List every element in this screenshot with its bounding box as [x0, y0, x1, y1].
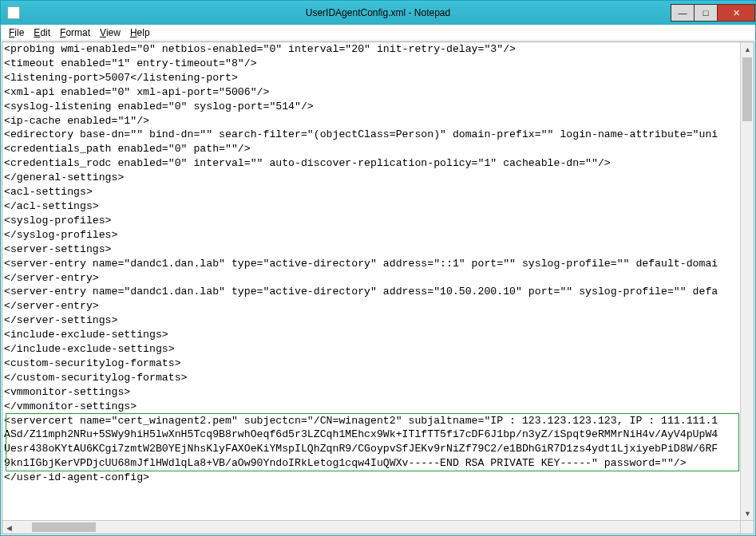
window-title: UserIDAgentConfig.xml - Notepad [1, 7, 755, 18]
menu-edit[interactable]: Edit [29, 26, 55, 40]
menubar: File Edit Format View Help [1, 25, 755, 41]
vertical-scrollbar[interactable]: ▲ ▼ [740, 42, 754, 520]
editor-content[interactable]: <probing wmi-enabled="0" netbios-enabled… [2, 42, 754, 485]
horizontal-scrollbar[interactable]: ◀ ▶ [2, 520, 754, 534]
notepad-window: UserIDAgentConfig.xml - Notepad — □ ✕ Fi… [0, 0, 756, 536]
notepad-icon [7, 6, 20, 19]
window-controls: — □ ✕ [671, 4, 755, 22]
scrollbar-corner [740, 520, 754, 534]
scroll-down-icon[interactable]: ▼ [741, 506, 754, 520]
vscroll-track[interactable] [741, 56, 754, 506]
menu-help[interactable]: Help [125, 26, 155, 40]
maximize-button[interactable]: □ [694, 4, 718, 22]
menu-view[interactable]: View [95, 26, 125, 40]
vscroll-thumb[interactable] [742, 57, 752, 121]
editor-area: <probing wmi-enabled="0" netbios-enabled… [2, 41, 754, 534]
scroll-up-icon[interactable]: ▲ [741, 42, 754, 56]
hscroll-track[interactable] [16, 521, 740, 534]
text-editor[interactable]: <probing wmi-enabled="0" netbios-enabled… [2, 42, 754, 534]
menu-file[interactable]: File [4, 26, 29, 40]
menu-format[interactable]: Format [55, 26, 95, 40]
titlebar[interactable]: UserIDAgentConfig.xml - Notepad — □ ✕ [1, 1, 755, 25]
scroll-left-icon[interactable]: ◀ [2, 521, 16, 534]
close-button[interactable]: ✕ [717, 4, 755, 22]
hscroll-thumb[interactable] [32, 522, 96, 532]
minimize-button[interactable]: — [671, 4, 695, 22]
